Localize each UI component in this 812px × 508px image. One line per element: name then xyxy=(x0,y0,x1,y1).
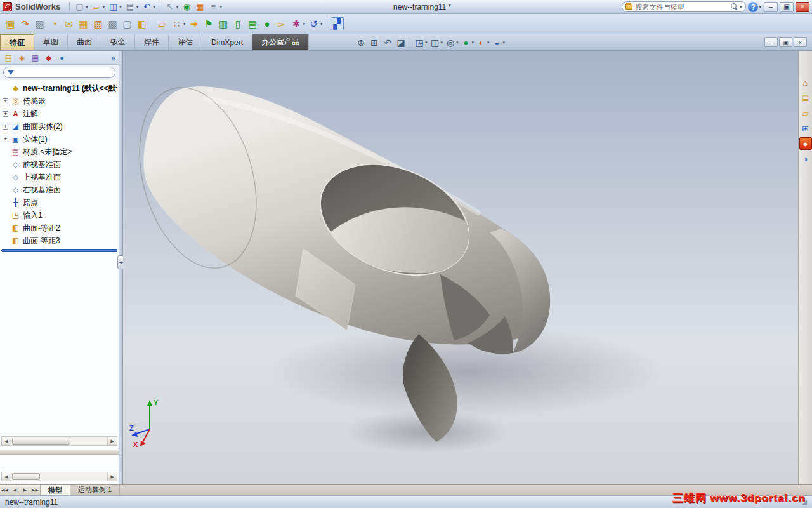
dropdown-caret-icon[interactable]: ▾ xyxy=(456,40,459,45)
tab-features[interactable]: 特征 xyxy=(0,34,34,50)
view-options-icon[interactable]: ≡ xyxy=(207,1,219,13)
tab-dimxpert[interactable]: DimXpert xyxy=(202,34,252,50)
apply-scene-icon[interactable]: ◐ xyxy=(475,36,488,49)
tree-item-right-plane[interactable]: ◇ 右视基准面 xyxy=(3,184,117,196)
color-palette-icon[interactable]: ◧ xyxy=(135,17,148,30)
dropdown-caret-icon[interactable]: ▾ xyxy=(740,4,742,10)
featuremanager-tab-icon[interactable]: ▤ xyxy=(3,52,14,63)
dropdown-caret-icon[interactable]: ▾ xyxy=(119,4,122,10)
tree-item-sensors[interactable]: + ◎ 传感器 xyxy=(3,95,117,107)
dropdown-caret-icon[interactable]: ▾ xyxy=(176,4,179,10)
screen-capture-icon[interactable]: ▣ xyxy=(4,17,17,30)
design-checker-icon[interactable]: ▥ xyxy=(217,17,230,30)
send-email-icon[interactable]: ✉ xyxy=(62,17,75,30)
appearances-scenes-icon[interactable]: ● xyxy=(799,137,812,150)
view-settings-icon[interactable]: ◒ xyxy=(491,36,504,49)
restore-button[interactable]: ▣ xyxy=(780,2,794,12)
scrollbar-track[interactable] xyxy=(41,472,107,481)
scrollbar-thumb[interactable] xyxy=(12,438,70,444)
filter-box[interactable] xyxy=(3,67,115,78)
scroll-right-icon[interactable]: ▶ xyxy=(107,472,117,481)
view-orientation-icon[interactable]: ◳ xyxy=(413,36,426,49)
configurationmanager-tab-icon[interactable]: ▦ xyxy=(30,52,41,63)
sketch-mode-icon[interactable]: ▞ xyxy=(331,17,344,30)
selection-filter-icon[interactable]: ◉ xyxy=(181,1,192,13)
scroll-right-icon[interactable]: ▶ xyxy=(107,437,117,445)
help-icon[interactable]: ? xyxy=(748,2,758,12)
scroll-left-icon[interactable]: ◀ xyxy=(2,437,11,445)
pack-and-go-icon[interactable]: ▦ xyxy=(77,17,90,30)
scroll-left-icon[interactable]: ◀ xyxy=(2,472,11,481)
dropdown-caret-icon[interactable]: ▾ xyxy=(303,22,306,27)
sketch-grid-icon[interactable]: ▩ xyxy=(106,17,119,30)
tree-root[interactable]: ◆ new--trarning11 (默认<<默认 xyxy=(3,82,117,95)
scrollbar-track[interactable] xyxy=(71,437,107,445)
verification-flag-icon[interactable]: ⚑ xyxy=(202,17,216,30)
edrawings-viewer-icon[interactable]: ▧ xyxy=(33,17,46,30)
search-icon[interactable] xyxy=(730,3,738,11)
zoom-to-area-icon[interactable]: ⊞ xyxy=(368,36,381,49)
panel-expand-icon[interactable]: » xyxy=(111,53,115,62)
doc-minimize-button[interactable]: – xyxy=(764,37,778,47)
toolbox-library-icon[interactable]: ● xyxy=(261,17,274,30)
dropdown-caret-icon[interactable]: ▾ xyxy=(487,40,490,45)
attach-reference-icon[interactable]: ▻ xyxy=(275,17,289,30)
scrollbar-thumb[interactable] xyxy=(12,473,40,480)
dropdown-caret-icon[interactable]: ▾ xyxy=(503,40,506,45)
design-binder-icon[interactable]: ▨ xyxy=(91,17,105,30)
publish-edrawings-icon[interactable]: ↷ xyxy=(18,17,32,30)
tab-model[interactable]: 模型 xyxy=(41,485,70,495)
view-palette-icon[interactable]: ⊞ xyxy=(799,122,812,135)
document-preview-icon[interactable]: ▢ xyxy=(121,17,134,30)
custom-properties-icon[interactable]: ◑ xyxy=(799,152,812,165)
secondary-horizontal-scrollbar[interactable]: ◀ ▶ xyxy=(1,472,117,481)
graphics-viewport[interactable]: Y Z X xyxy=(123,51,798,484)
tab-motion-study-1[interactable]: 运动算例 1 xyxy=(70,485,120,495)
previous-tab-icon[interactable]: ◀ xyxy=(10,485,20,495)
dimxpertmanager-tab-icon[interactable]: ◆ xyxy=(43,52,54,63)
dropdown-caret-icon[interactable]: ▾ xyxy=(86,4,88,10)
tab-office-products[interactable]: 办公室产品 xyxy=(252,34,309,50)
tree-item-origin[interactable]: ╋ 原点 xyxy=(3,196,117,209)
tab-sheet-metal[interactable]: 钣金 xyxy=(102,34,135,50)
design-binder-icon[interactable]: ▦ xyxy=(194,1,206,13)
open-folder-icon[interactable]: ▱ xyxy=(155,17,169,30)
tree-item-surface-offset2[interactable]: ◧ 曲面-等距2 xyxy=(3,222,117,234)
close-button[interactable]: × xyxy=(796,2,809,12)
tree-item-material[interactable]: ▤ 材质 <未指定> xyxy=(3,145,117,158)
zoom-to-fit-icon[interactable]: ⊕ xyxy=(355,36,367,49)
tab-sketch[interactable]: 草图 xyxy=(34,34,68,50)
expand-plus-icon[interactable]: + xyxy=(3,124,8,130)
print-icon[interactable]: ▤ xyxy=(124,1,136,13)
bom-spreadsheet-icon[interactable]: ▤ xyxy=(246,17,259,30)
file-explorer-icon[interactable]: ▱ xyxy=(799,107,812,119)
bottle-surface-model[interactable] xyxy=(123,51,798,484)
tab-weldments[interactable]: 焊件 xyxy=(135,34,169,50)
expand-plus-icon[interactable]: + xyxy=(3,137,8,142)
dropdown-caret-icon[interactable]: ▾ xyxy=(441,40,443,45)
tree-item-surface-bodies[interactable]: + ◪ 曲面实体(2) xyxy=(3,120,117,133)
report-generator-icon[interactable]: ▯ xyxy=(232,17,245,30)
doc-close-button[interactable]: × xyxy=(794,37,807,47)
component-grid-icon[interactable]: ∷ xyxy=(170,17,183,30)
save-icon[interactable]: ◫ xyxy=(107,1,119,13)
dropdown-caret-icon[interactable]: ▾ xyxy=(425,40,428,45)
propertymanager-tab-icon[interactable]: ◈ xyxy=(16,52,27,63)
dropdown-caret-icon[interactable]: ▾ xyxy=(320,22,323,27)
last-tab-icon[interactable]: ▶▶ xyxy=(30,485,41,495)
dropdown-caret-icon[interactable]: ▾ xyxy=(183,22,186,27)
tree-horizontal-scrollbar[interactable]: ◀ ▶ xyxy=(1,436,117,446)
tab-evaluate[interactable]: 评估 xyxy=(169,34,202,50)
expand-plus-icon[interactable]: + xyxy=(3,111,8,117)
tree-filter-input[interactable] xyxy=(17,69,111,76)
minimize-button[interactable]: – xyxy=(764,2,778,12)
search-box[interactable]: ▾ xyxy=(622,1,746,12)
first-tab-icon[interactable]: ◀◀ xyxy=(0,485,10,495)
select-cursor-icon[interactable]: ↖ xyxy=(164,1,176,13)
previous-view-icon[interactable]: ↶ xyxy=(381,36,394,49)
tab-surfaces[interactable]: 曲面 xyxy=(68,34,102,50)
open-document-icon[interactable]: ▱ xyxy=(91,1,102,13)
next-tab-icon[interactable]: ▶ xyxy=(20,485,30,495)
dropdown-caret-icon[interactable]: ▾ xyxy=(759,4,761,10)
solidworks-resources-icon[interactable]: ⌂ xyxy=(799,76,812,89)
